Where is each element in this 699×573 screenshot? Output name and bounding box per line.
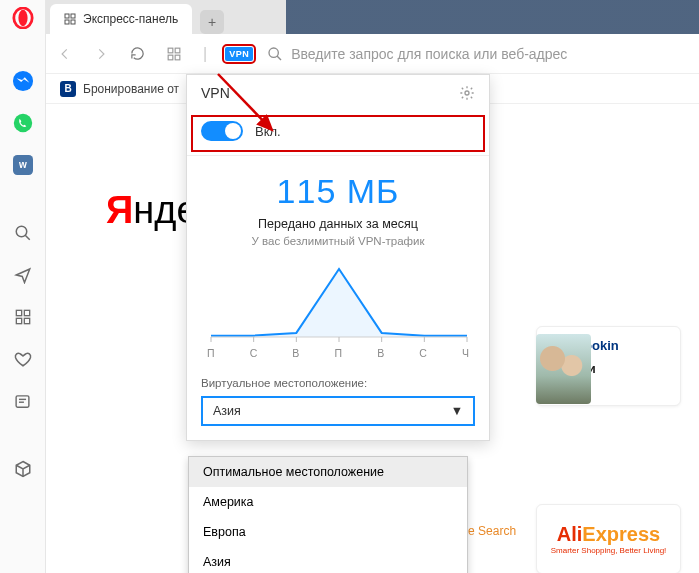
svg-point-3 bbox=[13, 114, 31, 132]
svg-point-1 bbox=[18, 10, 27, 27]
aliexpress-logo: AliExpress bbox=[557, 523, 660, 546]
vpn-location-option[interactable]: Америка bbox=[189, 487, 467, 517]
vpn-toggle-row: Вкл. bbox=[187, 111, 489, 156]
vpn-location-option[interactable]: Европа bbox=[189, 517, 467, 547]
vpn-chart: ПСВПВСЧ bbox=[187, 253, 489, 369]
svg-rect-8 bbox=[16, 310, 21, 315]
bookmark-label[interactable]: Бронирование от bbox=[83, 82, 179, 96]
vpn-popup: VPN Вкл. 115 МБ Передано данных за месяц… bbox=[186, 74, 490, 441]
svg-rect-20 bbox=[175, 48, 180, 53]
vpn-usage-sub: Передано данных за месяц bbox=[201, 217, 475, 231]
chevron-down-icon: ▼ bbox=[451, 404, 463, 418]
address-bar: | VPN Введите запрос для поиска или веб-… bbox=[46, 34, 699, 74]
vk-icon[interactable]: w bbox=[10, 152, 36, 178]
svg-rect-15 bbox=[65, 14, 69, 18]
grid-button[interactable] bbox=[163, 43, 185, 65]
back-button[interactable] bbox=[54, 43, 76, 65]
vpn-toggle-label: Вкл. bbox=[255, 124, 281, 139]
opera-logo bbox=[11, 6, 35, 30]
svg-point-6 bbox=[16, 226, 27, 237]
gear-icon[interactable] bbox=[459, 85, 475, 101]
aliexpress-tagline: Smarter Shopping, Better Living! bbox=[551, 546, 667, 555]
active-tab[interactable]: Экспресс-панель bbox=[50, 4, 192, 34]
vpn-toggle[interactable] bbox=[201, 121, 243, 141]
svg-point-2 bbox=[12, 71, 32, 91]
svg-rect-16 bbox=[71, 14, 75, 18]
tab-title: Экспресс-панель bbox=[83, 12, 178, 26]
search-field[interactable]: Введите запрос для поиска или веб-адрес bbox=[267, 46, 691, 62]
vpn-location-label: Виртуальное местоположение: bbox=[201, 377, 475, 389]
vpn-usage-note: У вас безлимитный VPN-трафик bbox=[201, 235, 475, 247]
yandex-logo: ЯЯнденде bbox=[106, 189, 198, 232]
divider: | bbox=[199, 41, 211, 67]
grid-icon bbox=[64, 13, 76, 25]
aliexpress-card[interactable]: AliExpress Smarter Shopping, Better Livi… bbox=[536, 504, 681, 573]
svg-rect-11 bbox=[24, 318, 29, 323]
forward-button[interactable] bbox=[90, 43, 112, 65]
svg-rect-18 bbox=[71, 20, 75, 24]
svg-rect-21 bbox=[168, 55, 173, 60]
search-icon[interactable] bbox=[10, 220, 36, 246]
vpn-popup-title: VPN bbox=[201, 85, 230, 101]
vpn-location-selected: Азия bbox=[213, 404, 241, 418]
svg-line-7 bbox=[25, 235, 30, 240]
svg-point-25 bbox=[465, 91, 469, 95]
messenger-icon[interactable] bbox=[10, 68, 36, 94]
search-icon bbox=[267, 46, 283, 62]
flow-icon[interactable] bbox=[10, 262, 36, 288]
new-tab-button[interactable]: + bbox=[200, 10, 224, 34]
speed-dial-icon[interactable] bbox=[10, 304, 36, 330]
vpn-location-option[interactable]: Азия bbox=[189, 547, 467, 573]
heart-icon[interactable] bbox=[10, 346, 36, 372]
reload-button[interactable] bbox=[126, 42, 149, 65]
svg-rect-19 bbox=[168, 48, 173, 53]
vpn-location-select[interactable]: Азия ▼ bbox=[201, 396, 475, 426]
vpn-location-dropdown: Оптимальное местоположениеАмерикаЕвропаА… bbox=[188, 456, 468, 573]
svg-rect-17 bbox=[65, 20, 69, 24]
vpn-usage-value: 115 МБ bbox=[201, 172, 475, 211]
vpn-location-option[interactable]: Оптимальное местоположение bbox=[189, 457, 467, 487]
cube-icon[interactable] bbox=[10, 456, 36, 482]
thumbnail-image bbox=[536, 334, 591, 404]
svg-rect-22 bbox=[175, 55, 180, 60]
left-sidebar: w bbox=[0, 0, 46, 573]
svg-rect-9 bbox=[24, 310, 29, 315]
tab-bar: Экспресс-панель + bbox=[46, 0, 699, 34]
vpn-badge[interactable]: VPN bbox=[225, 47, 253, 61]
svg-point-23 bbox=[269, 48, 278, 57]
svg-rect-10 bbox=[16, 318, 21, 323]
news-icon[interactable] bbox=[10, 388, 36, 414]
booking-favicon: B bbox=[60, 81, 76, 97]
whatsapp-icon[interactable] bbox=[10, 110, 36, 136]
svg-text:w: w bbox=[18, 159, 27, 170]
svg-line-24 bbox=[277, 56, 281, 60]
search-placeholder: Введите запрос для поиска или веб-адрес bbox=[291, 46, 567, 62]
